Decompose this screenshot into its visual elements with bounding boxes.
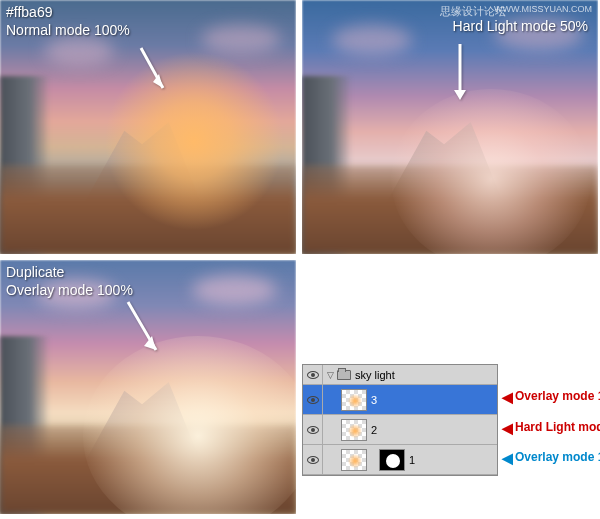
arrow-icon: ◀ bbox=[502, 450, 513, 466]
pointer-arrow bbox=[135, 42, 175, 106]
watermark-right: WWW.MISSYUAN.COM bbox=[494, 4, 592, 14]
svg-marker-3 bbox=[454, 90, 466, 100]
example-panel-hardlight: 思缘设计论坛 WWW.MISSYUAN.COM Hard Light mode … bbox=[302, 0, 598, 254]
arrow-icon: ◀ bbox=[502, 389, 513, 405]
scene-image bbox=[0, 0, 296, 254]
eye-icon bbox=[307, 371, 319, 379]
visibility-toggle[interactable] bbox=[303, 365, 323, 384]
layer-name-label: 3 bbox=[371, 394, 377, 406]
visibility-toggle[interactable] bbox=[303, 415, 323, 444]
blend-mode-label: Hard Light mode 50% bbox=[453, 18, 588, 34]
layer-thumbnail[interactable] bbox=[341, 389, 367, 411]
eye-icon bbox=[307, 426, 319, 434]
layer-thumbnail[interactable] bbox=[341, 449, 367, 471]
layer-row[interactable]: 2 bbox=[303, 415, 497, 445]
layers-box: ▽ sky light 3 2 1 bbox=[302, 364, 498, 476]
example-panel-overlay: Duplicate Overlay mode 100% bbox=[0, 260, 296, 514]
pointer-arrow bbox=[450, 40, 470, 114]
eye-icon bbox=[307, 456, 319, 464]
svg-marker-1 bbox=[153, 74, 163, 88]
layer-row[interactable]: 1 bbox=[303, 445, 497, 475]
layer-group-row[interactable]: ▽ sky light bbox=[303, 365, 497, 385]
eye-icon bbox=[307, 396, 319, 404]
layer-thumbnail[interactable] bbox=[341, 419, 367, 441]
annotation-hardlight: ◀Hard Light mode 50% bbox=[502, 420, 600, 436]
arrow-icon: ◀ bbox=[502, 420, 513, 436]
blend-mode-label: Overlay mode 100% bbox=[6, 282, 133, 298]
duplicate-label: Duplicate bbox=[6, 264, 64, 280]
expand-toggle[interactable]: ▽ bbox=[323, 365, 337, 384]
annotation-overlay: ◀Overlay mode 100% bbox=[502, 450, 600, 466]
layer-name-label: 2 bbox=[371, 424, 377, 436]
layer-name-label: 1 bbox=[409, 454, 415, 466]
layer-mask-thumbnail[interactable] bbox=[379, 449, 405, 471]
layers-panel: ▽ sky light 3 2 1 ◀Overlay mode 100% ◀Ha… bbox=[302, 364, 596, 514]
example-panel-normal: #ffba69 Normal mode 100% bbox=[0, 0, 296, 254]
color-hex-label: #ffba69 bbox=[6, 4, 52, 20]
group-name-label: sky light bbox=[355, 369, 395, 381]
visibility-toggle[interactable] bbox=[303, 385, 323, 414]
color-glow bbox=[391, 89, 591, 254]
scene-image bbox=[302, 0, 598, 254]
color-glow bbox=[104, 51, 284, 231]
blend-mode-label: Normal mode 100% bbox=[6, 22, 130, 38]
layer-row[interactable]: 3 bbox=[303, 385, 497, 415]
annotation-overlay: ◀Overlay mode 100% bbox=[502, 389, 600, 405]
pointer-arrow bbox=[120, 296, 170, 370]
visibility-toggle[interactable] bbox=[303, 445, 323, 474]
folder-icon bbox=[337, 370, 351, 380]
